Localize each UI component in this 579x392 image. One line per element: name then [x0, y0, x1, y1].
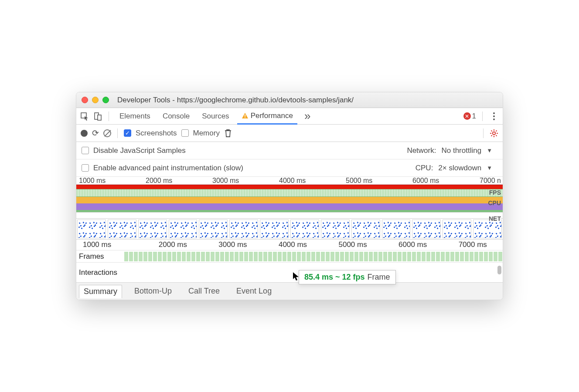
error-icon: ✕	[463, 112, 471, 120]
svg-line-13	[496, 130, 497, 131]
screenshot-thumb[interactable]	[290, 220, 319, 238]
separator	[109, 112, 109, 121]
devtools-menu-icon[interactable]	[489, 112, 499, 120]
frames-track[interactable]: Frames	[76, 250, 503, 262]
tick: 3000 ms	[210, 177, 276, 184]
tick: 7000 ms	[443, 240, 503, 249]
screenshot-thumb[interactable]	[169, 220, 198, 238]
frame-tooltip: 85.4 ms ~ 12 fps Frame	[299, 270, 396, 284]
cpu-lane	[76, 197, 503, 213]
frame-tooltip-metric: 85.4 ms ~ 12 fps	[304, 273, 365, 282]
screenshot-thumb[interactable]	[321, 220, 350, 238]
reload-record-button[interactable]: ⟳	[92, 128, 99, 138]
window-zoom-button[interactable]	[102, 97, 109, 103]
flame-chart-area[interactable]: 1000 ms 2000 ms 3000 ms 4000 ms 5000 ms …	[76, 240, 503, 282]
tab-bottom-up[interactable]: Bottom-Up	[130, 285, 176, 297]
tab-elements[interactable]: Elements	[115, 108, 155, 124]
network-throttle-select[interactable]: Network: No throttling ▼	[407, 146, 492, 155]
vertical-scrollbar[interactable]	[497, 266, 501, 274]
garbage-collect-icon[interactable]	[224, 129, 232, 138]
overview-time-ruler[interactable]: 1000 ms 2000 ms 3000 ms 4000 ms 5000 ms …	[76, 177, 503, 185]
svg-line-10	[491, 130, 492, 131]
separator	[483, 128, 484, 138]
interactions-track-label: Interactions	[76, 268, 124, 277]
tabs-overflow-icon[interactable]: »	[301, 109, 314, 123]
tick: 7000 n	[477, 177, 503, 184]
tick: 2000 ms	[143, 177, 210, 184]
disable-js-samples-label: Disable JavaScript Samples	[93, 146, 186, 155]
perf-settings-row-1: Disable JavaScript Samples Network: No t…	[76, 142, 503, 159]
frames-bars[interactable]	[124, 252, 503, 261]
fps-warning-bar	[76, 185, 503, 189]
capture-settings-icon[interactable]	[490, 129, 498, 138]
svg-rect-3	[245, 115, 245, 117]
window-close-button[interactable]	[82, 97, 88, 103]
cpu-throttle-select[interactable]: CPU: 2× slowdown ▼	[416, 164, 492, 172]
screenshots-filmstrip[interactable]	[76, 219, 503, 240]
tick: 2000 ms	[143, 240, 203, 249]
tick: 1000 ms	[76, 240, 143, 249]
tab-performance[interactable]: Performance	[237, 108, 297, 125]
net-lane	[76, 213, 503, 219]
tick: 4000 ms	[263, 240, 323, 249]
screenshot-thumb[interactable]	[260, 220, 289, 238]
enable-paint-instr-label: Enable advanced paint instrumentation (s…	[93, 164, 243, 172]
screenshot-thumb[interactable]	[412, 220, 441, 238]
frames-track-label: Frames	[76, 252, 124, 261]
clear-recording-button[interactable]	[103, 129, 111, 137]
interactions-track[interactable]: Interactions 85.4 ms ~ 12 fps Frame	[76, 262, 503, 282]
tick: 4000 ms	[276, 177, 343, 184]
screenshot-thumb[interactable]	[443, 220, 471, 238]
tick: 5000 ms	[343, 177, 410, 184]
network-value: No throttling	[441, 146, 481, 155]
cursor-icon	[293, 272, 300, 281]
window-titlebar: Developer Tools - https://googlechrome.g…	[76, 92, 503, 108]
perf-settings-row-2: Enable advanced paint instrumentation (s…	[76, 159, 503, 177]
svg-point-5	[493, 132, 495, 134]
svg-line-11	[496, 135, 497, 136]
inspect-element-icon[interactable]	[80, 112, 89, 121]
chevron-down-icon: ▼	[487, 165, 492, 171]
net-lane-label: NET	[489, 215, 501, 222]
screenshots-checkbox[interactable]: ✓	[124, 129, 131, 137]
screenshot-thumb[interactable]	[199, 220, 228, 238]
tab-sources[interactable]: Sources	[198, 108, 233, 124]
record-button[interactable]	[81, 130, 88, 137]
detail-time-ruler[interactable]: 1000 ms 2000 ms 3000 ms 4000 ms 5000 ms …	[76, 240, 503, 250]
screenshot-thumb[interactable]	[351, 220, 380, 238]
tick: 6000 ms	[383, 240, 443, 249]
screenshot-thumb[interactable]	[108, 220, 136, 238]
chevron-down-icon: ▼	[487, 147, 492, 154]
enable-paint-instr-checkbox[interactable]	[82, 164, 89, 172]
tab-call-tree[interactable]: Call Tree	[184, 285, 224, 297]
disable-js-samples-checkbox[interactable]	[82, 147, 89, 154]
screenshot-thumb[interactable]	[229, 220, 258, 238]
tick: 3000 ms	[203, 240, 263, 249]
tab-event-log[interactable]: Event Log	[232, 285, 276, 297]
cpu-lane-label: CPU	[488, 199, 501, 206]
network-label: Network:	[407, 146, 436, 155]
error-count[interactable]: ✕ 1	[463, 112, 476, 121]
tab-console[interactable]: Console	[158, 108, 194, 124]
cpu-label: CPU:	[416, 164, 433, 172]
tick: 1000 ms	[76, 177, 143, 184]
tick: 5000 ms	[323, 240, 383, 249]
screenshot-thumb[interactable]	[473, 220, 502, 238]
perf-toolbar: ⟳ ✓ Screenshots Memory	[76, 125, 503, 142]
screenshot-thumb[interactable]	[382, 220, 411, 238]
tick: 6000 ms	[410, 177, 477, 184]
separator	[117, 128, 118, 138]
memory-label: Memory	[193, 129, 220, 138]
separator	[482, 112, 483, 121]
memory-checkbox[interactable]	[181, 129, 189, 137]
tab-summary[interactable]: Summary	[79, 285, 122, 298]
svg-line-12	[491, 135, 492, 136]
window-minimize-button[interactable]	[92, 97, 99, 103]
screenshot-thumb[interactable]	[77, 220, 106, 238]
devtools-window: Developer Tools - https://googlechrome.g…	[76, 92, 503, 300]
overview-charts[interactable]: FPS CPU NET	[76, 185, 503, 240]
svg-rect-2	[98, 115, 101, 120]
tab-performance-label: Performance	[251, 112, 293, 120]
device-toggle-icon[interactable]	[93, 112, 102, 121]
screenshot-thumb[interactable]	[138, 220, 167, 238]
